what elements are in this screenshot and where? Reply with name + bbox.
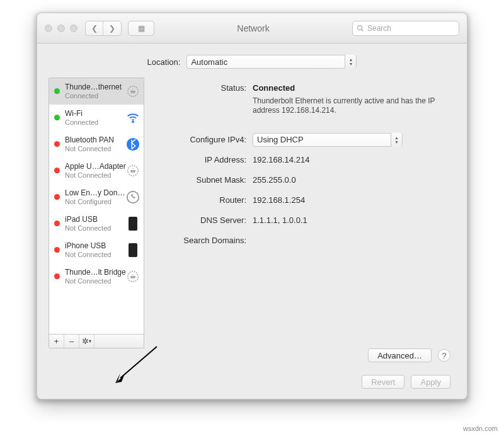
location-label: Location: [147,57,181,67]
service-name: Apple U…Adapter [65,162,126,171]
status-dot-icon [54,141,60,147]
sidebar-item[interactable]: Thunde…lt BridgeNot Connected‹··› [49,263,144,290]
advanced-button[interactable]: Advanced… [368,348,432,362]
status-dot-icon [54,221,60,226]
search-input[interactable]: Search [352,21,459,36]
annotation-arrow [114,343,164,387]
svg-marker-13 [115,373,120,383]
window-controls[interactable] [45,25,77,32]
apply-button[interactable]: Apply [411,375,450,389]
phone-icon [126,190,140,204]
search-icon [357,25,364,32]
toolbar: ❮ ❯ ▦ Network Search [37,13,467,43]
gear-icon: ✲ [82,336,89,346]
status-dot-icon [54,115,60,120]
service-name: Wi-Fi [65,109,126,118]
field-value: 192.168.14.214 [253,153,453,167]
status-description: Thunderbolt Ethernet is currently active… [253,96,442,115]
svg-line-11 [120,347,157,378]
status-dot-icon [54,168,60,173]
field-value: 192.168.1.254 [253,193,453,207]
service-sidebar: Thunde…thernetConnected‹··›Wi-FiConnecte… [49,77,144,348]
window-title: Network [154,23,352,33]
service-status: Not Connected [65,144,126,153]
chevron-updown-icon: ▲▼ [345,55,356,69]
svg-point-4 [132,121,134,122]
field-label: DNS Server: [158,214,253,227]
help-button[interactable]: ? [438,349,450,362]
wifi-icon [126,111,140,125]
field-value: 255.255.0.0 [253,173,453,187]
service-status: Not Connected [65,171,126,180]
show-all-button[interactable]: ▦ [128,21,154,36]
sidebar-item[interactable]: Thunde…thernetConnected‹··› [49,78,144,105]
zoom-icon[interactable] [70,25,77,32]
field-label: Subnet Mask: [158,173,253,187]
service-name: iPad USB [65,215,126,224]
service-name: Thunde…lt Bridge [65,268,126,277]
svg-text:‹··›: ‹··› [131,274,135,278]
status-dot-icon [54,247,60,253]
detail-pane: Status: Connected Thunderbolt Ethernet i… [156,77,455,348]
field-value: 1.1.1.1, 1.0.0.1 [253,214,453,227]
sidebar-item[interactable]: Apple U…AdapterNot Connected‹··› [49,158,144,184]
add-service-button[interactable]: + [49,335,64,348]
sidebar-toolbar: + – ✲▾ [49,334,144,348]
field-label: IP Address: [158,153,253,167]
service-name: Bluetooth PAN [65,135,126,144]
chevron-updown-icon: ▲▼ [391,133,402,147]
service-list[interactable]: Thunde…thernetConnected‹··›Wi-FiConnecte… [49,78,144,334]
svg-text:‹··›: ‹··› [131,168,135,172]
device-icon [126,243,140,257]
status-label: Status: [158,81,253,95]
service-name: iPhone USB [65,241,126,250]
svg-text:‹··›: ‹··› [131,89,135,93]
field-label: Router: [158,193,253,207]
close-icon[interactable] [45,25,52,32]
device-icon [126,217,140,231]
ethernet-icon: ‹··› [126,270,140,284]
back-button[interactable]: ❮ [86,21,103,36]
service-status: Not Connected [65,224,126,232]
field-label: Search Domains: [158,234,253,248]
service-actions-button[interactable]: ✲▾ [79,335,94,348]
service-name: Thunde…thernet [65,83,126,91]
configure-ipv4-value: Using DHCP [257,133,304,147]
status-dot-icon [54,88,60,94]
minimize-icon[interactable] [57,25,65,32]
svg-point-0 [358,25,362,30]
ethernet-icon: ‹··› [126,84,140,98]
revert-button[interactable]: Revert [362,375,404,389]
configure-ipv4-label: Configure IPv4: [158,133,253,147]
status-dot-icon [54,273,60,279]
service-status: Not Connected [65,250,126,259]
service-name: Low En…y Dongle [65,188,126,197]
svg-line-1 [362,29,364,31]
location-value: Automatic [191,57,227,67]
ethernet-icon: ‹··› [126,164,140,178]
forward-button[interactable]: ❯ [103,21,121,36]
svg-marker-12 [115,376,124,383]
sidebar-item[interactable]: Low En…y DongleNot Configured [49,184,144,210]
service-status: Not Connected [65,277,126,285]
status-dot-icon [54,194,60,200]
nav-segment[interactable]: ❮ ❯ [85,21,122,36]
configure-ipv4-popup[interactable]: Using DHCP ▲▼ [253,133,403,147]
service-status: Connected [65,118,126,127]
bluetooth-icon [126,137,140,151]
service-status: Not Configured [65,197,126,206]
prefpane-window: ❮ ❯ ▦ Network Search Location: Automatic… [37,13,467,399]
location-popup[interactable]: Automatic ▲▼ [186,55,357,69]
grid-icon: ▦ [138,24,145,33]
status-value: Connected [253,83,295,93]
search-placeholder: Search [367,24,391,33]
sidebar-item[interactable]: Wi-FiConnected [49,105,144,131]
sidebar-item[interactable]: Bluetooth PANNot Connected [49,131,144,158]
sidebar-item[interactable]: iPhone USBNot Connected [49,237,144,263]
remove-service-button[interactable]: – [64,335,79,348]
content: Location: Automatic ▲▼ Thunde…thernetCon… [37,43,467,399]
service-status: Connected [65,91,126,100]
watermark: wsxdn.com [463,425,498,432]
sidebar-item[interactable]: iPad USBNot Connected [49,210,144,237]
